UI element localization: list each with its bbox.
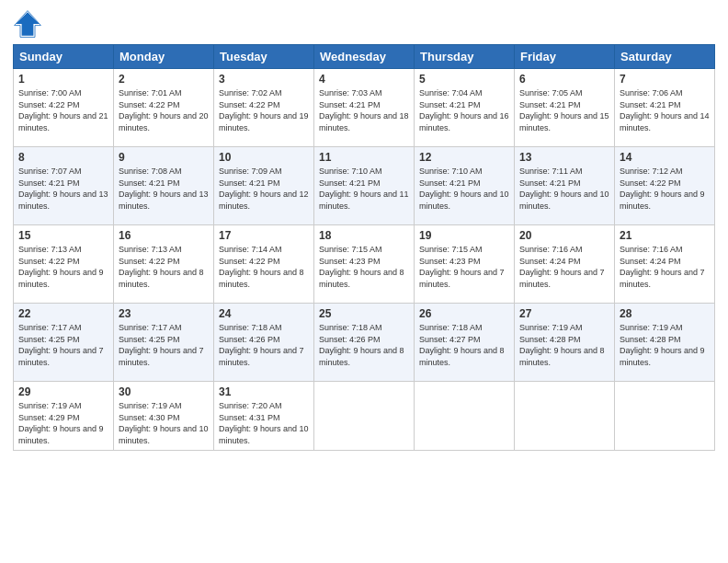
calendar-cell: 19 Sunrise: 7:15 AM Sunset: 4:23 PM Dayl… [415,225,515,304]
day-info: Sunrise: 7:20 AM Sunset: 4:31 PM Dayligh… [219,400,309,446]
day-info: Sunrise: 7:19 AM Sunset: 4:28 PM Dayligh… [519,322,609,368]
calendar-week-2: 8 Sunrise: 7:07 AM Sunset: 4:21 PM Dayli… [14,147,715,225]
col-header-thursday: Thursday [415,45,515,69]
day-info: Sunrise: 7:03 AM Sunset: 4:21 PM Dayligh… [319,87,409,133]
calendar-cell: 13 Sunrise: 7:11 AM Sunset: 4:21 PM Dayl… [515,147,615,225]
day-info: Sunrise: 7:10 AM Sunset: 4:21 PM Dayligh… [419,166,509,212]
calendar-week-4: 22 Sunrise: 7:17 AM Sunset: 4:25 PM Dayl… [14,304,715,382]
day-info: Sunrise: 7:06 AM Sunset: 4:21 PM Dayligh… [620,87,710,133]
calendar-cell: 27 Sunrise: 7:19 AM Sunset: 4:28 PM Dayl… [515,304,615,382]
day-info: Sunrise: 7:13 AM Sunset: 4:22 PM Dayligh… [18,244,108,290]
calendar-table: SundayMondayTuesdayWednesdayThursdayFrid… [13,44,715,451]
calendar-cell: 18 Sunrise: 7:15 AM Sunset: 4:23 PM Dayl… [314,225,415,304]
calendar-cell: 17 Sunrise: 7:14 AM Sunset: 4:22 PM Dayl… [214,225,314,304]
logo [13,9,46,39]
col-header-tuesday: Tuesday [214,45,314,69]
day-number: 6 [519,73,609,86]
day-number: 21 [620,229,710,242]
day-number: 12 [419,151,509,164]
calendar-cell [314,382,415,451]
day-info: Sunrise: 7:09 AM Sunset: 4:21 PM Dayligh… [219,166,309,212]
day-number: 17 [219,229,309,242]
calendar-cell: 1 Sunrise: 7:00 AM Sunset: 4:22 PM Dayli… [14,69,114,147]
day-info: Sunrise: 7:13 AM Sunset: 4:22 PM Dayligh… [119,244,209,290]
calendar-cell: 2 Sunrise: 7:01 AM Sunset: 4:22 PM Dayli… [114,69,214,147]
day-info: Sunrise: 7:11 AM Sunset: 4:21 PM Dayligh… [519,166,609,212]
day-number: 14 [620,151,710,164]
day-info: Sunrise: 7:08 AM Sunset: 4:21 PM Dayligh… [119,166,209,212]
day-number: 16 [119,229,209,242]
day-info: Sunrise: 7:19 AM Sunset: 4:29 PM Dayligh… [18,400,108,446]
calendar-cell: 21 Sunrise: 7:16 AM Sunset: 4:24 PM Dayl… [615,225,715,304]
day-number: 27 [519,307,609,320]
day-info: Sunrise: 7:18 AM Sunset: 4:27 PM Dayligh… [419,322,509,368]
day-number: 20 [519,229,609,242]
calendar-cell: 12 Sunrise: 7:10 AM Sunset: 4:21 PM Dayl… [415,147,515,225]
day-info: Sunrise: 7:04 AM Sunset: 4:21 PM Dayligh… [419,87,509,133]
calendar-cell: 4 Sunrise: 7:03 AM Sunset: 4:21 PM Dayli… [314,69,415,147]
calendar-week-1: 1 Sunrise: 7:00 AM Sunset: 4:22 PM Dayli… [14,69,715,147]
day-number: 3 [219,73,309,86]
day-number: 2 [119,73,209,86]
col-header-friday: Friday [515,45,615,69]
day-number: 18 [319,229,409,242]
calendar-cell: 26 Sunrise: 7:18 AM Sunset: 4:27 PM Dayl… [415,304,515,382]
day-info: Sunrise: 7:15 AM Sunset: 4:23 PM Dayligh… [319,244,409,290]
calendar-cell: 9 Sunrise: 7:08 AM Sunset: 4:21 PM Dayli… [114,147,214,225]
day-info: Sunrise: 7:19 AM Sunset: 4:28 PM Dayligh… [620,322,710,368]
day-info: Sunrise: 7:05 AM Sunset: 4:21 PM Dayligh… [519,87,609,133]
day-number: 1 [18,73,108,86]
day-info: Sunrise: 7:18 AM Sunset: 4:26 PM Dayligh… [319,322,409,368]
day-info: Sunrise: 7:16 AM Sunset: 4:24 PM Dayligh… [620,244,710,290]
calendar-cell: 7 Sunrise: 7:06 AM Sunset: 4:21 PM Dayli… [615,69,715,147]
day-info: Sunrise: 7:00 AM Sunset: 4:22 PM Dayligh… [18,87,108,133]
calendar-cell [515,382,615,451]
calendar-week-3: 15 Sunrise: 7:13 AM Sunset: 4:22 PM Dayl… [14,225,715,304]
calendar-cell: 15 Sunrise: 7:13 AM Sunset: 4:22 PM Dayl… [14,225,114,304]
calendar-cell: 31 Sunrise: 7:20 AM Sunset: 4:31 PM Dayl… [214,382,314,451]
day-number: 31 [219,385,309,398]
day-number: 5 [419,73,509,86]
day-number: 19 [419,229,509,242]
day-info: Sunrise: 7:10 AM Sunset: 4:21 PM Dayligh… [319,166,409,212]
calendar-cell: 20 Sunrise: 7:16 AM Sunset: 4:24 PM Dayl… [515,225,615,304]
calendar-cell: 10 Sunrise: 7:09 AM Sunset: 4:21 PM Dayl… [214,147,314,225]
calendar-cell: 23 Sunrise: 7:17 AM Sunset: 4:25 PM Dayl… [114,304,214,382]
day-number: 22 [18,307,108,320]
calendar-cell: 16 Sunrise: 7:13 AM Sunset: 4:22 PM Dayl… [114,225,214,304]
col-header-wednesday: Wednesday [314,45,415,69]
day-info: Sunrise: 7:12 AM Sunset: 4:22 PM Dayligh… [620,166,710,212]
calendar-cell: 14 Sunrise: 7:12 AM Sunset: 4:22 PM Dayl… [615,147,715,225]
day-number: 4 [319,73,409,86]
day-number: 28 [620,307,710,320]
calendar-cell: 5 Sunrise: 7:04 AM Sunset: 4:21 PM Dayli… [415,69,515,147]
day-info: Sunrise: 7:17 AM Sunset: 4:25 PM Dayligh… [18,322,108,368]
calendar-cell: 29 Sunrise: 7:19 AM Sunset: 4:29 PM Dayl… [14,382,114,451]
day-info: Sunrise: 7:15 AM Sunset: 4:23 PM Dayligh… [419,244,509,290]
day-number: 30 [119,385,209,398]
day-info: Sunrise: 7:19 AM Sunset: 4:30 PM Dayligh… [119,400,209,446]
calendar-header-row: SundayMondayTuesdayWednesdayThursdayFrid… [14,45,715,69]
col-header-saturday: Saturday [615,45,715,69]
day-number: 7 [620,73,710,86]
calendar-cell: 8 Sunrise: 7:07 AM Sunset: 4:21 PM Dayli… [14,147,114,225]
day-number: 9 [119,151,209,164]
day-info: Sunrise: 7:14 AM Sunset: 4:22 PM Dayligh… [219,244,309,290]
day-info: Sunrise: 7:16 AM Sunset: 4:24 PM Dayligh… [519,244,609,290]
day-number: 10 [219,151,309,164]
day-info: Sunrise: 7:02 AM Sunset: 4:22 PM Dayligh… [219,87,309,133]
calendar-cell [615,382,715,451]
day-number: 24 [219,307,309,320]
calendar-cell: 30 Sunrise: 7:19 AM Sunset: 4:30 PM Dayl… [114,382,214,451]
page: SundayMondayTuesdayWednesdayThursdayFrid… [0,0,728,563]
calendar-cell: 22 Sunrise: 7:17 AM Sunset: 4:25 PM Dayl… [14,304,114,382]
logo-icon [13,9,42,39]
calendar-cell: 6 Sunrise: 7:05 AM Sunset: 4:21 PM Dayli… [515,69,615,147]
calendar-cell: 3 Sunrise: 7:02 AM Sunset: 4:22 PM Dayli… [214,69,314,147]
day-number: 25 [319,307,409,320]
col-header-monday: Monday [114,45,214,69]
svg-marker-0 [16,12,40,36]
calendar-cell: 24 Sunrise: 7:18 AM Sunset: 4:26 PM Dayl… [214,304,314,382]
day-info: Sunrise: 7:17 AM Sunset: 4:25 PM Dayligh… [119,322,209,368]
day-number: 13 [519,151,609,164]
